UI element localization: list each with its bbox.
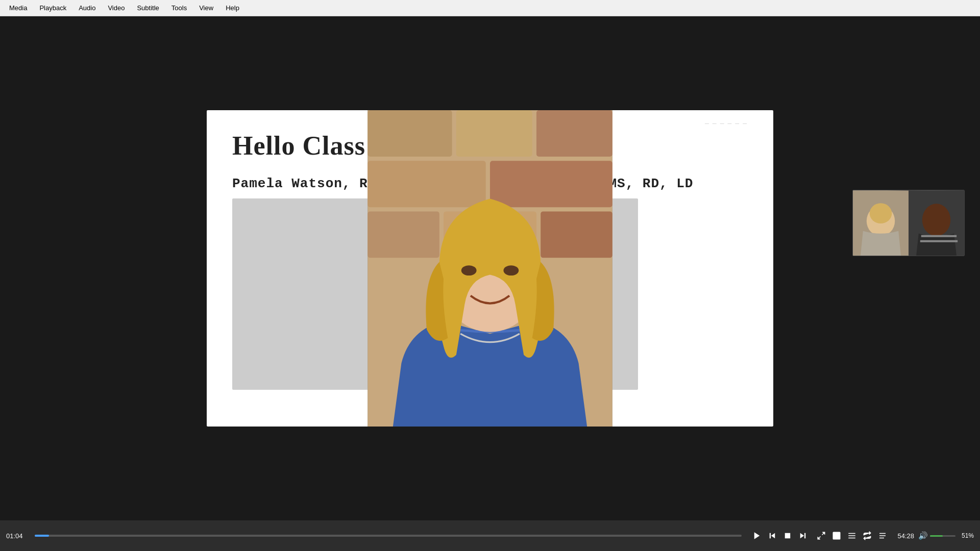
menu-playback[interactable]: Playback (34, 2, 71, 14)
zoom-level: 51% (962, 532, 974, 539)
current-time: 01:04 (6, 532, 27, 540)
svg-rect-33 (804, 533, 805, 539)
menu-media[interactable]: Media (4, 2, 32, 14)
menu-audio[interactable]: Audio (74, 2, 101, 14)
svg-rect-36 (833, 532, 840, 539)
rewind-button[interactable] (765, 529, 779, 543)
svg-marker-28 (754, 532, 760, 539)
fullscreen-button[interactable] (814, 529, 828, 543)
control-bar: 01:04 (0, 520, 980, 551)
volume-icon: 🔊 (918, 531, 928, 540)
pip-video-overlay (852, 190, 965, 256)
volume-fill (930, 535, 943, 537)
fast-forward-button[interactable] (796, 529, 810, 543)
progress-bar[interactable] (35, 535, 742, 537)
menu-video[interactable]: Video (103, 2, 130, 14)
playback-controls (750, 529, 810, 543)
presenter-2-photo (490, 198, 638, 390)
volume-control: 🔊 (918, 531, 955, 540)
svg-marker-29 (771, 533, 775, 539)
end-time: 54:28 (894, 532, 914, 540)
presenter-2: Haley Werner, MS, RD, LD (490, 176, 748, 390)
settings-button[interactable] (845, 529, 859, 543)
presenters-section: Pamela Watson, RDN (232, 176, 748, 390)
stop-button[interactable] (780, 529, 795, 543)
svg-point-27 (922, 204, 950, 236)
svg-rect-31 (785, 533, 791, 539)
menu-view[interactable]: View (194, 2, 218, 14)
play-button[interactable] (750, 529, 764, 543)
video-player-area: ─ ─ ─ ─ ─ ─ Hello Class! Pamela Watson, … (0, 16, 980, 520)
svg-rect-17 (541, 211, 612, 258)
more-button[interactable] (875, 529, 890, 543)
menu-subtitle[interactable]: Subtitle (132, 2, 164, 14)
volume-bar[interactable] (930, 535, 955, 537)
svg-rect-30 (770, 533, 771, 539)
svg-point-21 (503, 265, 519, 276)
svg-marker-32 (800, 533, 804, 539)
extended-fullscreen-button[interactable] (829, 529, 844, 543)
loop-button[interactable] (860, 529, 874, 543)
pip-inner (853, 190, 964, 256)
menu-help[interactable]: Help (220, 2, 244, 14)
progress-fill (35, 535, 49, 537)
menu-tools[interactable]: Tools (166, 2, 192, 14)
presentation-slide: ─ ─ ─ ─ ─ ─ Hello Class! Pamela Watson, … (207, 110, 773, 427)
menubar: Media Playback Audio Video Subtitle Tool… (0, 0, 980, 16)
extra-controls (814, 529, 890, 543)
svg-point-26 (870, 203, 892, 223)
